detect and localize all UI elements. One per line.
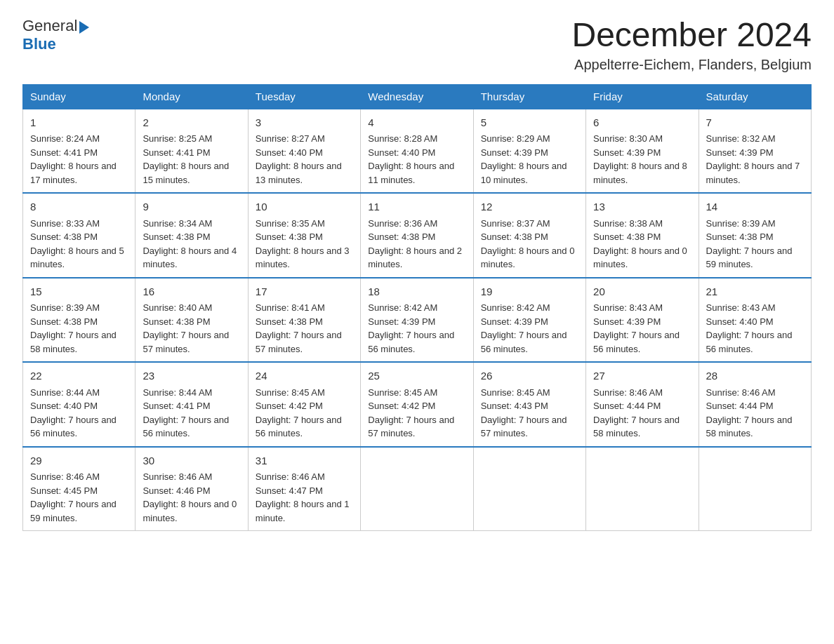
calendar-cell: 12Sunrise: 8:37 AMSunset: 4:38 PMDayligh… (473, 193, 585, 278)
calendar-cell: 18Sunrise: 8:42 AMSunset: 4:39 PMDayligh… (361, 278, 473, 363)
day-sunset: Sunset: 4:44 PM (593, 401, 661, 411)
day-daylight: Daylight: 8 hours and 15 minutes. (143, 161, 229, 185)
day-sunrise: Sunrise: 8:27 AM (256, 133, 325, 144)
day-number: 6 (593, 115, 691, 131)
day-number: 22 (30, 368, 128, 384)
day-number: 29 (30, 453, 128, 469)
day-sunset: Sunset: 4:42 PM (256, 401, 323, 411)
day-daylight: Daylight: 8 hours and 11 minutes. (368, 161, 454, 185)
day-number: 17 (256, 284, 353, 300)
day-sunset: Sunset: 4:38 PM (30, 232, 98, 242)
day-sunset: Sunset: 4:43 PM (481, 401, 548, 411)
day-sunrise: Sunrise: 8:24 AM (30, 133, 100, 144)
day-sunrise: Sunrise: 8:41 AM (256, 302, 325, 313)
calendar-week-row: 22Sunrise: 8:44 AMSunset: 4:40 PMDayligh… (23, 362, 812, 447)
day-sunrise: Sunrise: 8:28 AM (368, 133, 437, 144)
col-header-wednesday: Wednesday (361, 84, 473, 109)
day-number: 26 (481, 368, 578, 384)
calendar-cell: 17Sunrise: 8:41 AMSunset: 4:38 PMDayligh… (248, 278, 360, 363)
day-sunset: Sunset: 4:41 PM (30, 147, 98, 158)
calendar-cell (586, 447, 699, 531)
calendar-cell: 14Sunrise: 8:39 AMSunset: 4:38 PMDayligh… (699, 193, 811, 278)
day-number: 21 (706, 284, 804, 300)
calendar-week-row: 1Sunrise: 8:24 AMSunset: 4:41 PMDaylight… (23, 109, 812, 194)
day-daylight: Daylight: 7 hours and 56 minutes. (481, 330, 567, 354)
day-number: 7 (706, 115, 804, 131)
day-sunrise: Sunrise: 8:46 AM (143, 471, 212, 482)
calendar-week-row: 8Sunrise: 8:33 AMSunset: 4:38 PMDaylight… (23, 193, 812, 278)
day-number: 11 (368, 199, 465, 215)
col-header-tuesday: Tuesday (248, 84, 360, 109)
day-sunrise: Sunrise: 8:46 AM (30, 471, 100, 482)
day-sunset: Sunset: 4:38 PM (256, 232, 323, 242)
calendar-cell: 27Sunrise: 8:46 AMSunset: 4:44 PMDayligh… (586, 362, 699, 447)
day-sunset: Sunset: 4:39 PM (593, 316, 661, 327)
calendar-week-row: 29Sunrise: 8:46 AMSunset: 4:45 PMDayligh… (23, 447, 812, 531)
day-daylight: Daylight: 8 hours and 17 minutes. (30, 161, 117, 185)
day-sunset: Sunset: 4:38 PM (143, 316, 210, 327)
calendar-cell: 30Sunrise: 8:46 AMSunset: 4:46 PMDayligh… (135, 447, 248, 531)
logo: General Blue (22, 17, 89, 53)
logo-text-general: General (22, 17, 77, 35)
day-daylight: Daylight: 8 hours and 10 minutes. (481, 161, 567, 185)
calendar-cell: 8Sunrise: 8:33 AMSunset: 4:38 PMDaylight… (23, 193, 135, 278)
page-title: December 2024 (571, 17, 812, 54)
calendar-cell: 16Sunrise: 8:40 AMSunset: 4:38 PMDayligh… (135, 278, 248, 363)
page-subtitle: Appelterre-Eichem, Flanders, Belgium (571, 57, 812, 73)
day-sunset: Sunset: 4:39 PM (593, 147, 661, 158)
day-number: 3 (256, 115, 353, 131)
calendar-cell: 24Sunrise: 8:45 AMSunset: 4:42 PMDayligh… (248, 362, 360, 447)
day-sunset: Sunset: 4:38 PM (368, 232, 435, 242)
day-sunrise: Sunrise: 8:35 AM (256, 218, 325, 229)
page-header: General Blue December 2024 Appelterre-Ei… (22, 17, 812, 73)
day-sunrise: Sunrise: 8:36 AM (368, 218, 437, 229)
day-daylight: Daylight: 8 hours and 2 minutes. (368, 246, 462, 270)
day-number: 4 (368, 115, 465, 131)
calendar-cell: 21Sunrise: 8:43 AMSunset: 4:40 PMDayligh… (699, 278, 811, 363)
day-number: 1 (30, 115, 128, 131)
calendar-table: SundayMondayTuesdayWednesdayThursdayFrid… (22, 84, 812, 532)
day-sunset: Sunset: 4:40 PM (256, 147, 323, 158)
calendar-cell: 6Sunrise: 8:30 AMSunset: 4:39 PMDaylight… (586, 109, 699, 194)
title-block: December 2024 Appelterre-Eichem, Flander… (571, 17, 812, 73)
calendar-week-row: 15Sunrise: 8:39 AMSunset: 4:38 PMDayligh… (23, 278, 812, 363)
day-sunrise: Sunrise: 8:40 AM (143, 302, 212, 313)
day-sunrise: Sunrise: 8:46 AM (593, 387, 663, 398)
day-daylight: Daylight: 7 hours and 57 minutes. (256, 330, 342, 354)
day-number: 2 (143, 115, 240, 131)
day-sunrise: Sunrise: 8:42 AM (481, 302, 550, 313)
day-sunset: Sunset: 4:42 PM (368, 401, 435, 411)
day-number: 9 (143, 199, 240, 215)
day-daylight: Daylight: 8 hours and 8 minutes. (593, 161, 687, 185)
day-number: 27 (593, 368, 691, 384)
day-number: 12 (481, 199, 578, 215)
day-daylight: Daylight: 7 hours and 57 minutes. (481, 415, 567, 439)
day-number: 19 (481, 284, 578, 300)
day-sunset: Sunset: 4:38 PM (30, 316, 98, 327)
day-sunset: Sunset: 4:38 PM (706, 232, 774, 242)
col-header-saturday: Saturday (699, 84, 811, 109)
day-sunrise: Sunrise: 8:39 AM (30, 302, 100, 313)
day-daylight: Daylight: 7 hours and 57 minutes. (368, 415, 454, 439)
calendar-cell: 15Sunrise: 8:39 AMSunset: 4:38 PMDayligh… (23, 278, 135, 363)
day-sunset: Sunset: 4:40 PM (706, 316, 774, 327)
calendar-cell: 3Sunrise: 8:27 AMSunset: 4:40 PMDaylight… (248, 109, 360, 194)
day-daylight: Daylight: 7 hours and 57 minutes. (143, 330, 229, 354)
day-daylight: Daylight: 8 hours and 3 minutes. (256, 246, 350, 270)
day-sunset: Sunset: 4:41 PM (143, 401, 210, 411)
day-sunset: Sunset: 4:38 PM (256, 316, 323, 327)
day-number: 16 (143, 284, 240, 300)
day-daylight: Daylight: 7 hours and 58 minutes. (593, 415, 680, 439)
day-daylight: Daylight: 8 hours and 4 minutes. (143, 246, 237, 270)
day-sunrise: Sunrise: 8:43 AM (706, 302, 776, 313)
day-sunset: Sunset: 4:46 PM (143, 485, 210, 496)
day-daylight: Daylight: 8 hours and 0 minutes. (143, 499, 237, 523)
day-sunrise: Sunrise: 8:25 AM (143, 133, 212, 144)
day-sunset: Sunset: 4:38 PM (593, 232, 661, 242)
calendar-cell: 13Sunrise: 8:38 AMSunset: 4:38 PMDayligh… (586, 193, 699, 278)
day-sunrise: Sunrise: 8:37 AM (481, 218, 550, 229)
day-daylight: Daylight: 7 hours and 59 minutes. (30, 499, 117, 523)
day-daylight: Daylight: 7 hours and 58 minutes. (706, 415, 793, 439)
calendar-cell: 11Sunrise: 8:36 AMSunset: 4:38 PMDayligh… (361, 193, 473, 278)
calendar-cell: 1Sunrise: 8:24 AMSunset: 4:41 PMDaylight… (23, 109, 135, 194)
